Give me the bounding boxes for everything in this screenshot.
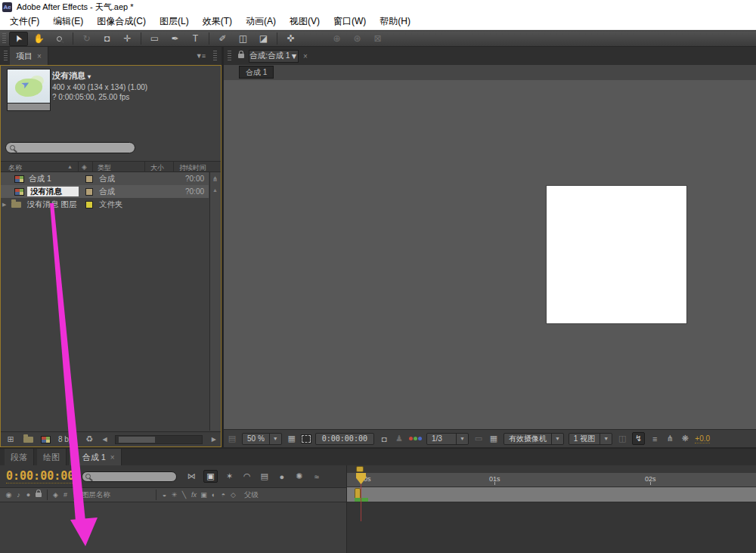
brainstorm-icon[interactable]: ✺	[294, 471, 305, 481]
table-row-comp1[interactable]: 合成 1 合成 ?0:00	[1, 172, 209, 185]
tab-paint[interactable]: 绘图	[37, 449, 67, 465]
zoom-tool-button[interactable]	[50, 32, 69, 46]
screen-icon[interactable]: ▭	[473, 434, 484, 443]
close-icon[interactable]: ×	[110, 453, 115, 462]
column-divider[interactable]	[173, 162, 174, 173]
footage-thumbnail[interactable]: ➤	[7, 69, 51, 103]
viewer-selector-tab[interactable]: 合成 1	[239, 66, 274, 79]
tab-composition-viewer[interactable]: 合成:合成 1 ▼	[249, 50, 299, 63]
frame-blend-icon[interactable]: ▤	[259, 471, 270, 481]
transparency-grid-icon[interactable]: ▦	[488, 434, 499, 443]
current-time-display[interactable]: 0:00:00:00	[6, 469, 74, 483]
new-composition-icon[interactable]	[41, 436, 51, 443]
tab-paragraph[interactable]: 段落	[5, 449, 34, 465]
collapse-transformations-icon[interactable]: ✳	[169, 491, 179, 499]
show-snapshot-icon[interactable]: ♟	[394, 434, 404, 443]
safe-margins-icon[interactable]: ▦	[287, 434, 297, 443]
composition-canvas[interactable]	[547, 186, 686, 323]
camera-tool-button[interactable]: ◘	[98, 32, 116, 46]
tab-comp1-timeline[interactable]: ≡ 合成 1 ×	[70, 449, 122, 465]
interpret-footage-icon[interactable]: ⊞	[5, 434, 16, 444]
comp-mini-flowchart-icon[interactable]: ⋈	[186, 471, 197, 481]
project-vertical-scrollbar[interactable]: ⋔ ▲	[209, 172, 220, 431]
shy-layers-icon[interactable]: ◠	[242, 471, 253, 481]
mask-shape-tool-button[interactable]: ▭	[145, 32, 164, 46]
footage-name[interactable]: 没有消息 ▾	[52, 70, 147, 82]
close-icon[interactable]: ×	[37, 52, 42, 60]
three-d-layer-icon[interactable]: ◇	[228, 491, 238, 499]
chevron-down-icon[interactable]: ▾	[88, 73, 91, 80]
column-divider[interactable]	[144, 162, 145, 173]
fast-previews-icon[interactable]: ↯	[632, 432, 645, 445]
region-of-interest-icon[interactable]	[302, 435, 311, 443]
panel-gripper[interactable]	[228, 51, 231, 61]
composition-viewer[interactable]	[224, 80, 756, 429]
time-navigator[interactable]	[347, 465, 756, 473]
rotation-tool-button[interactable]: ↻	[77, 32, 96, 46]
label-tag-icon[interactable]: ◈	[82, 163, 87, 171]
time-navigator-handle[interactable]	[356, 466, 364, 472]
local-axis-mode-button[interactable]: ⊕	[327, 32, 346, 46]
comp-flowchart-icon[interactable]: ⋔	[665, 434, 675, 443]
pen-tool-button[interactable]: ✒	[166, 32, 184, 46]
menu-layer[interactable]: 图层(L)	[153, 14, 196, 29]
timeline-button-icon[interactable]: ≡	[649, 434, 660, 443]
exposure-value[interactable]: +0.0	[695, 434, 710, 443]
menu-effect[interactable]: 效果(T)	[196, 14, 239, 29]
fx-icon[interactable]: fx	[189, 491, 199, 499]
resolution-select[interactable]: 1/3 ▼	[426, 433, 469, 445]
audio-icon[interactable]: ♪	[14, 491, 23, 499]
clone-stamp-tool-button[interactable]: ◫	[234, 32, 253, 46]
selection-tool-button[interactable]: ➤	[9, 32, 28, 46]
label-color-swatch[interactable]	[85, 175, 93, 183]
view-options-icon[interactable]: ▤	[227, 434, 237, 443]
trash-icon[interactable]: ♻	[84, 434, 94, 444]
menu-view[interactable]: 视图(V)	[283, 14, 327, 29]
menu-file[interactable]: 文件(F)	[3, 14, 46, 29]
scroll-right-icon[interactable]: ▶	[212, 436, 216, 443]
menu-window[interactable]: 窗口(W)	[327, 14, 373, 29]
chevron-down-icon[interactable]: ▼	[290, 51, 298, 60]
solo-icon[interactable]: ●	[23, 491, 33, 499]
scroll-left-icon[interactable]: ◀	[102, 436, 107, 443]
camera-select[interactable]: 有效摄像机 ▼	[503, 433, 564, 445]
type-tool-button[interactable]: T	[186, 32, 205, 46]
column-divider[interactable]	[92, 162, 93, 173]
menu-animation[interactable]: 动画(A)	[239, 14, 283, 29]
toolbar-gripper[interactable]	[2, 33, 6, 44]
column-divider[interactable]	[78, 162, 79, 173]
lock-icon[interactable]	[36, 493, 42, 497]
menu-composition[interactable]: 图像合成(C)	[90, 14, 153, 29]
view-axis-mode-button[interactable]: ⊠	[368, 32, 387, 46]
layer-name-column[interactable]: 图层名称	[82, 490, 110, 500]
brush-tool-button[interactable]: ✐	[213, 32, 232, 46]
parent-column[interactable]: 父级	[244, 490, 259, 500]
puppet-pin-tool-button[interactable]: ✜	[281, 32, 300, 46]
tab-project[interactable]: 项目 ×	[10, 47, 48, 65]
close-icon[interactable]: ×	[303, 52, 308, 60]
label-tag-icon[interactable]: ◈	[51, 491, 60, 499]
menu-help[interactable]: 帮助(H)	[373, 14, 417, 29]
panel-gripper[interactable]	[4, 51, 8, 61]
panel-gripper[interactable]	[213, 51, 217, 61]
world-axis-mode-button[interactable]: ⊛	[348, 32, 367, 46]
graph-editor-icon[interactable]: ≈	[311, 472, 322, 481]
view-layout-select[interactable]: 1 视图 ▼	[569, 433, 612, 445]
new-folder-icon[interactable]	[23, 437, 33, 443]
timeline-search-input[interactable]	[82, 471, 177, 482]
hand-tool-button[interactable]: ✋	[29, 32, 48, 46]
switches-icon[interactable]: ◒	[160, 491, 169, 499]
work-area-bar[interactable]	[347, 487, 756, 502]
sort-asc-icon[interactable]: ▲	[67, 164, 73, 169]
motion-blur-switch-icon[interactable]: ◐	[209, 491, 218, 499]
quality-icon[interactable]: ╲	[179, 491, 189, 499]
snapshot-icon[interactable]: ◘	[379, 434, 389, 443]
panel-divider[interactable]	[222, 47, 224, 447]
scroll-up-icon[interactable]: ▲	[212, 187, 218, 193]
frame-blend-switch-icon[interactable]: ▣	[199, 491, 209, 499]
pixel-aspect-icon[interactable]: ◫	[617, 434, 627, 443]
label-color-swatch[interactable]	[85, 201, 93, 209]
layer-number-column[interactable]: #	[60, 491, 70, 499]
adjustment-layer-icon[interactable]: ◓	[218, 491, 228, 499]
scrollbar-thumb[interactable]	[119, 437, 155, 443]
